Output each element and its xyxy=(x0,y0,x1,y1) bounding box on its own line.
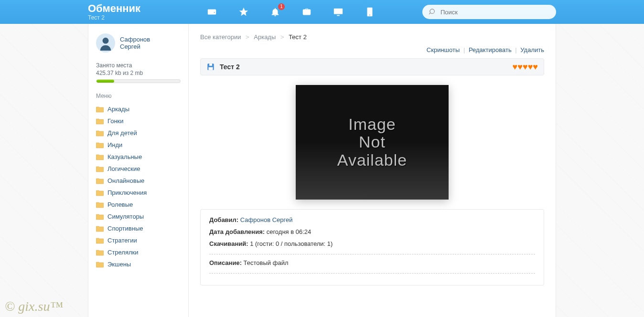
menu-item-label[interactable]: Стрелялки xyxy=(107,249,139,256)
info-box: Добавил: Сафронов Сергей Дата добавления… xyxy=(200,209,544,285)
menu-item[interactable]: Инди xyxy=(96,139,181,151)
user-block[interactable]: Сафронов Сергей xyxy=(96,33,181,53)
user-name-1: Сафронов xyxy=(120,36,150,43)
phone-icon[interactable] xyxy=(364,6,376,18)
menu-item[interactable]: Спортивные xyxy=(96,222,181,234)
menu-item[interactable]: Логические xyxy=(96,163,181,175)
info-added-by: Добавил: Сафронов Сергей xyxy=(209,216,535,223)
menu-item-label[interactable]: Онлайновые xyxy=(107,177,144,184)
folder-icon xyxy=(96,142,104,148)
user-name-2: Сергей xyxy=(120,43,150,50)
menu-item-label[interactable]: Симуляторы xyxy=(107,213,144,220)
folder-icon xyxy=(96,154,104,160)
site-subtitle: Тест 2 xyxy=(88,14,140,21)
menu-item[interactable]: Аркады xyxy=(96,103,181,115)
menu-item-label[interactable]: Гонки xyxy=(107,117,124,125)
svg-rect-3 xyxy=(209,67,213,70)
search-icon xyxy=(429,8,437,16)
heart-icon: ♥ xyxy=(528,63,533,71)
heart-icon: ♥ xyxy=(533,63,538,71)
action-screenshots[interactable]: Скриншоты xyxy=(427,46,460,53)
top-header: Обменник Тест 2 1 xyxy=(0,0,644,24)
bell-icon[interactable]: 1 xyxy=(269,6,281,18)
info-divider xyxy=(209,273,535,274)
menu-item-label[interactable]: Ролевые xyxy=(107,201,133,208)
image-placeholder: ImageNotAvailable xyxy=(296,85,449,200)
heart-icon: ♥ xyxy=(513,63,518,71)
breadcrumb-current: Тест 2 xyxy=(289,33,307,41)
star-icon[interactable] xyxy=(238,6,249,18)
main-content: Все категории > Аркады > Тест 2 Скриншот… xyxy=(189,24,556,317)
folder-icon xyxy=(96,106,104,113)
menu-item-label[interactable]: Экшены xyxy=(107,261,131,268)
menu-item-label[interactable]: Логические xyxy=(107,165,140,172)
image-preview: ImageNotAvailable xyxy=(200,85,544,200)
site-title: Обменник xyxy=(88,3,140,14)
menu-item[interactable]: Экшены xyxy=(96,258,181,270)
menu-item-label[interactable]: Приключения xyxy=(107,189,147,196)
site-logo[interactable]: Обменник Тест 2 xyxy=(88,3,140,21)
menu-item[interactable]: Ролевые xyxy=(96,199,181,211)
menu-item[interactable]: Приключения xyxy=(96,187,181,199)
wallet-icon[interactable] xyxy=(206,6,218,18)
sidebar: Сафронов Сергей Занято места 425.37 kb и… xyxy=(88,24,189,317)
avatar xyxy=(96,33,115,53)
folder-icon xyxy=(96,178,104,184)
folder-icon xyxy=(96,249,104,256)
search-input[interactable] xyxy=(440,9,549,16)
menu-item[interactable]: Гонки xyxy=(96,115,181,127)
menu-item-label[interactable]: Казуальные xyxy=(107,153,142,160)
menu-item[interactable]: Симуляторы xyxy=(96,211,181,222)
item-title: Тест 2 xyxy=(220,63,513,71)
nav-icons: 1 xyxy=(160,6,422,18)
folder-icon xyxy=(96,213,104,220)
menu-item[interactable]: Для детей xyxy=(96,127,181,139)
storage-progress xyxy=(96,79,181,83)
menu-item-label[interactable]: Инди xyxy=(107,141,122,148)
info-date: Дата добавления: сегодня в 06:24 xyxy=(209,228,535,235)
folder-icon xyxy=(96,166,104,172)
folder-icon xyxy=(96,118,104,125)
menu-title: Меню xyxy=(96,93,181,99)
menu-item[interactable]: Стрелялки xyxy=(96,246,181,258)
menu-item[interactable]: Казуальные xyxy=(96,151,181,163)
breadcrumb-category[interactable]: Аркады xyxy=(254,33,276,41)
breadcrumb-all[interactable]: Все категории xyxy=(200,33,241,41)
image-placeholder-text: ImageNotAvailable xyxy=(337,116,407,169)
heart-icon: ♥ xyxy=(517,63,523,71)
menu-item-label[interactable]: Спортивные xyxy=(107,225,143,232)
action-delete[interactable]: Удалить xyxy=(520,46,544,53)
info-description: Описание: Тестовый файл xyxy=(209,259,535,266)
folder-icon xyxy=(96,261,104,268)
briefcase-icon[interactable] xyxy=(301,6,312,18)
disk-icon xyxy=(206,63,215,71)
menu-item-label[interactable]: Стратегии xyxy=(107,237,137,244)
info-divider xyxy=(209,254,535,254)
storage-label: Занято места xyxy=(96,62,181,69)
svg-rect-2 xyxy=(209,63,212,66)
notification-badge: 1 xyxy=(278,3,285,10)
rating-hearts[interactable]: ♥ ♥ ♥ ♥ ♥ xyxy=(513,63,538,71)
breadcrumb: Все категории > Аркады > Тест 2 xyxy=(200,33,544,41)
search-box[interactable] xyxy=(422,5,556,19)
folder-icon xyxy=(96,225,104,232)
folder-icon xyxy=(96,201,104,208)
menu-item-label[interactable]: Аркады xyxy=(107,106,129,113)
title-bar: Тест 2 ♥ ♥ ♥ ♥ ♥ xyxy=(200,58,544,75)
monitor-icon[interactable] xyxy=(333,6,344,18)
watermark: © gix.su™ xyxy=(5,299,63,314)
menu-item[interactable]: Стратегии xyxy=(96,234,181,246)
action-edit[interactable]: Редактировать xyxy=(469,46,512,53)
folder-icon xyxy=(96,130,104,137)
folder-icon xyxy=(96,190,104,196)
heart-icon: ♥ xyxy=(523,63,528,71)
menu-list: АркадыГонкиДля детейИндиКазуальныеЛогиче… xyxy=(96,103,181,270)
item-actions: Скриншоты | Редактировать | Удалить xyxy=(200,46,544,53)
info-added-by-link[interactable]: Сафронов Сергей xyxy=(240,216,293,223)
menu-item[interactable]: Онлайновые xyxy=(96,175,181,187)
folder-icon xyxy=(96,237,104,244)
menu-item-label[interactable]: Для детей xyxy=(107,129,137,137)
storage-value: 425.37 kb из 2 mb xyxy=(96,70,181,76)
svg-point-0 xyxy=(103,38,109,44)
info-downloads: Скачиваний: 1 (гости: 0 / пользователи: … xyxy=(209,240,535,247)
